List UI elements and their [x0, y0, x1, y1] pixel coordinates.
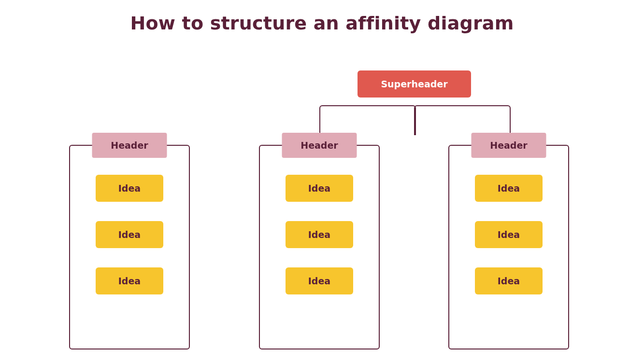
- idea-card: Idea: [96, 267, 163, 294]
- column-2-header-label: Header: [301, 140, 338, 151]
- idea-card: Idea: [475, 175, 543, 202]
- idea-label: Idea: [498, 183, 520, 194]
- idea-card: Idea: [286, 267, 353, 294]
- superheader-box: Superheader: [358, 70, 471, 98]
- idea-label: Idea: [118, 229, 141, 240]
- idea-label: Idea: [118, 183, 141, 194]
- idea-label: Idea: [498, 276, 520, 286]
- connector-right: [414, 105, 511, 135]
- column-3-header: Header: [472, 133, 546, 158]
- idea-card: Idea: [475, 267, 543, 294]
- column-2-header: Header: [282, 133, 357, 158]
- idea-card: Idea: [475, 221, 543, 248]
- affinity-diagram: How to structure an affinity diagram Sup…: [0, 0, 644, 363]
- superheader-label: Superheader: [381, 79, 447, 89]
- column-3-header-label: Header: [490, 140, 527, 151]
- column-3: Header Idea Idea Idea: [448, 145, 569, 349]
- idea-label: Idea: [118, 276, 141, 286]
- column-2-ideas: Idea Idea Idea: [260, 175, 379, 344]
- idea-label: Idea: [498, 229, 520, 240]
- idea-label: Idea: [308, 183, 330, 194]
- idea-card: Idea: [286, 221, 353, 248]
- idea-label: Idea: [308, 229, 330, 240]
- column-1-ideas: Idea Idea Idea: [70, 175, 189, 344]
- column-1-header-label: Header: [111, 140, 148, 151]
- column-2: Header Idea Idea Idea: [259, 145, 380, 349]
- column-1-header: Header: [92, 133, 167, 158]
- idea-card: Idea: [96, 221, 163, 248]
- idea-label: Idea: [308, 276, 330, 286]
- idea-card: Idea: [286, 175, 353, 202]
- page-title: How to structure an affinity diagram: [0, 13, 644, 34]
- column-3-ideas: Idea Idea Idea: [449, 175, 568, 344]
- column-1: Header Idea Idea Idea: [69, 145, 190, 349]
- connector-left: [319, 105, 416, 135]
- idea-card: Idea: [96, 175, 163, 202]
